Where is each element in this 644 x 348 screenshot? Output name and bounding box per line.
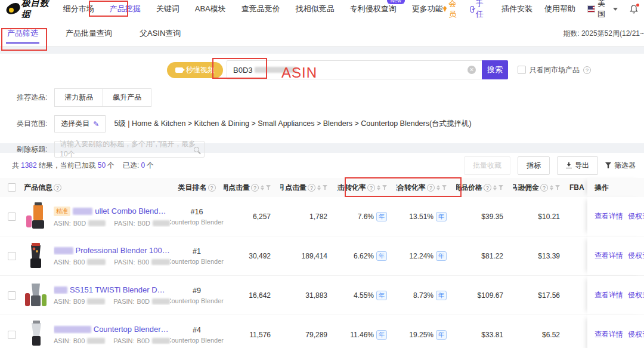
row-checkbox[interactable] bbox=[8, 213, 16, 221]
same-market-checkbox[interactable] bbox=[518, 66, 526, 74]
filter-icon[interactable] bbox=[555, 185, 560, 190]
help-icon[interactable]: ? bbox=[251, 184, 259, 192]
divider-band bbox=[0, 47, 644, 54]
infringement-check-link[interactable]: 侵权查询 bbox=[628, 329, 644, 340]
category-filter-row: 类目范围: 选择类目 ✎ 5级 | Home & Kitchen > Kitch… bbox=[0, 115, 644, 133]
membership-link[interactable]: 会员 bbox=[443, 0, 459, 20]
filter-icon[interactable] bbox=[323, 185, 327, 190]
nav-item-competitor-bids[interactable]: 查竞品竞价 bbox=[242, 4, 280, 14]
exclude-title-input[interactable]: 请输入要剔除的标题，多个用","隔开，最多10个 bbox=[54, 141, 205, 158]
redacted-asin bbox=[151, 259, 170, 265]
help-icon[interactable]: ? bbox=[208, 184, 216, 192]
sort-icon[interactable] bbox=[436, 185, 440, 190]
header-total-cvr[interactable]: 综合转化率? bbox=[397, 178, 456, 197]
header-category-rank[interactable]: 类目排名? bbox=[170, 178, 224, 197]
price-value: $39.35 bbox=[456, 197, 513, 236]
tab-batch-query[interactable]: 产品批量查询 bbox=[61, 28, 117, 46]
help-icon[interactable]: ? bbox=[484, 184, 491, 192]
view-detail-link[interactable]: 查看详情 bbox=[595, 251, 623, 261]
product-title-link[interactable]: Professional Blender 1000W Total C... bbox=[76, 246, 171, 255]
product-title-link[interactable]: ullet Combo Blender 600W ... bbox=[95, 207, 170, 215]
tab-parent-asin-query[interactable]: 父ASIN查询 bbox=[135, 28, 185, 46]
asin-search-input[interactable]: B0D3 ✕ bbox=[227, 60, 482, 79]
select-all-checkbox[interactable] bbox=[8, 183, 16, 192]
total-cvr-value: 12.24%年 bbox=[397, 236, 456, 275]
help-icon[interactable]: ? bbox=[427, 184, 435, 192]
help-icon[interactable]: ? bbox=[540, 184, 548, 192]
row-checkbox[interactable] bbox=[8, 252, 16, 260]
export-button[interactable]: 导出 bbox=[557, 156, 598, 175]
year-tag: 年 bbox=[376, 330, 387, 340]
filter-icon[interactable] bbox=[266, 185, 271, 190]
clear-input-icon[interactable]: ✕ bbox=[467, 66, 476, 74]
help-link[interactable]: 使用帮助 bbox=[544, 4, 575, 14]
header-click-cvr[interactable]: 点击转化率? bbox=[337, 178, 397, 197]
help-icon[interactable]: ? bbox=[583, 66, 591, 74]
header-commission[interactable]: 亚马逊佣金? bbox=[513, 178, 569, 197]
header-price[interactable]: 商品价格? bbox=[456, 178, 513, 197]
month-clicks-value: 31,883 bbox=[280, 276, 337, 315]
quick-video-button[interactable]: 秒懂视频 bbox=[167, 62, 223, 78]
row-checkbox[interactable] bbox=[8, 331, 16, 339]
tab-product-filter[interactable]: 产品筛选 bbox=[2, 28, 43, 46]
filter-panel-toggle[interactable]: 筛选器 bbox=[605, 161, 636, 171]
infringement-check-link[interactable]: 侵权查询 bbox=[628, 251, 644, 261]
nav-item-patent-infringement[interactable]: 专利侵权查询 New bbox=[350, 4, 397, 14]
nav-item-keywords[interactable]: 关键词 bbox=[156, 4, 179, 14]
week-clicks-value: 16,642 bbox=[224, 276, 280, 315]
infringement-check-link[interactable]: 侵权查询 bbox=[628, 211, 644, 221]
filter-icon[interactable] bbox=[442, 185, 447, 190]
download-icon bbox=[566, 162, 572, 168]
year-tag: 年 bbox=[436, 291, 447, 300]
header-week-clicks[interactable]: 周点击量? bbox=[224, 178, 280, 197]
help-icon[interactable]: ? bbox=[308, 184, 315, 192]
header-month-clicks[interactable]: 月点击量? bbox=[280, 178, 337, 197]
notification-bell-icon[interactable] bbox=[630, 5, 638, 14]
nav-item-product-mining[interactable]: 产品挖掘 bbox=[110, 4, 141, 14]
filter-icon[interactable] bbox=[382, 185, 387, 190]
infringement-check-link[interactable]: 侵权查询 bbox=[628, 290, 644, 300]
row-checkbox[interactable] bbox=[8, 291, 16, 300]
sort-icon[interactable] bbox=[377, 185, 380, 190]
view-detail-link[interactable]: 查看详情 bbox=[595, 290, 623, 300]
help-icon[interactable]: ? bbox=[54, 184, 61, 192]
region-selector[interactable]: 美国 bbox=[587, 0, 618, 20]
search-icon[interactable] bbox=[194, 147, 199, 152]
select-category-button[interactable]: 选择类目 ✎ bbox=[54, 115, 106, 133]
nav-item-similar-products[interactable]: 找相似竞品 bbox=[296, 4, 335, 14]
metrics-button[interactable]: 指标 bbox=[518, 156, 550, 175]
product-title-link[interactable]: SS151 TWISTi Blender DUO High-S... bbox=[70, 285, 170, 294]
batch-favorite-button[interactable]: 批量收藏 bbox=[464, 156, 510, 175]
header-action: 操作 bbox=[587, 178, 644, 197]
plugin-install-link[interactable]: 插件安装 bbox=[501, 4, 532, 14]
sort-icon[interactable] bbox=[261, 185, 264, 190]
search-button[interactable]: 搜索 bbox=[482, 60, 508, 79]
nav-item-market-segments[interactable]: 细分市场 bbox=[63, 4, 94, 14]
nav-item-more-features[interactable]: 更多功能 bbox=[412, 4, 443, 14]
sort-icon[interactable] bbox=[550, 185, 553, 190]
help-icon[interactable]: ? bbox=[367, 184, 375, 192]
product-title-link[interactable]: Countertop Blender wit... bbox=[94, 325, 170, 334]
surging-products-button[interactable]: 飙升产品 bbox=[103, 88, 151, 107]
category-breadcrumb: 5级 | Home & Kitchen > Kitchen & Dining >… bbox=[114, 119, 471, 129]
new-badge: New bbox=[387, 0, 405, 4]
header-product-info[interactable]: 产品信息? bbox=[24, 178, 170, 197]
filter-icon[interactable] bbox=[499, 185, 503, 190]
redacted-brand bbox=[54, 287, 67, 294]
view-detail-link[interactable]: 查看详情 bbox=[595, 211, 623, 221]
header-fba[interactable]: FBA bbox=[569, 178, 587, 197]
sort-icon[interactable] bbox=[493, 185, 497, 190]
price-value: $33.81 bbox=[456, 315, 513, 348]
view-detail-link[interactable]: 查看详情 bbox=[595, 329, 623, 340]
total-cvr-value: 19.25%年 bbox=[397, 315, 456, 348]
total-cvr-value: 8.73%年 bbox=[397, 276, 456, 315]
app-logo[interactable]: 极目数据 bbox=[6, 0, 52, 20]
month-clicks-value: 79,289 bbox=[280, 315, 337, 348]
nav-item-aba-module[interactable]: ABA模块 bbox=[195, 4, 226, 14]
potential-new-button[interactable]: 潜力新品 bbox=[54, 88, 103, 107]
same-market-option: 只看同市场产品 ? bbox=[518, 65, 591, 75]
commission-value: $10.21 bbox=[513, 197, 569, 236]
total-cvr-value: 13.51%年 bbox=[397, 197, 456, 236]
sort-icon[interactable] bbox=[317, 185, 321, 190]
rank-number: #1 bbox=[193, 247, 201, 255]
